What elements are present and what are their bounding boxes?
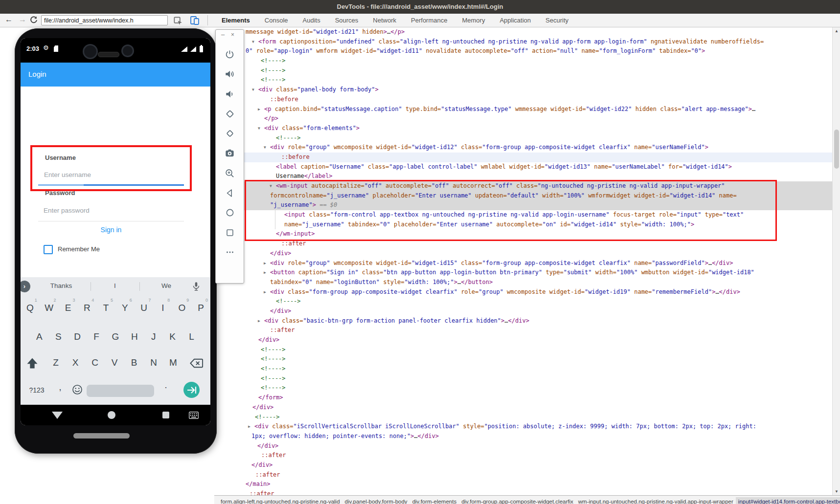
space-key[interactable] xyxy=(87,385,154,397)
expand-arrow-right-icon[interactable]: ▶ xyxy=(264,270,266,275)
inspect-icon[interactable] xyxy=(173,16,182,25)
expand-arrow-down-icon[interactable]: ▼ xyxy=(264,145,266,150)
key-p[interactable]: P0 xyxy=(191,300,210,316)
code-line[interactable]: 1px; overflow: hidden; pointer-events: n… xyxy=(214,432,832,441)
expand-arrow-right-icon[interactable]: ▶ xyxy=(248,424,250,429)
tab-elements[interactable]: Elements xyxy=(214,14,257,27)
tab-network[interactable]: Network xyxy=(365,14,404,27)
code-line[interactable]: <!----> xyxy=(214,133,832,143)
code-scrollbar[interactable]: ▲ ▼ xyxy=(832,27,840,495)
code-line[interactable]: <!----> xyxy=(214,66,832,76)
key-o[interactable]: O9 xyxy=(172,300,191,316)
tab-security[interactable]: Security xyxy=(538,14,576,27)
key-h[interactable]: H xyxy=(125,329,144,345)
code-line[interactable]: ▶<button caption="Sign in" class="btn ap… xyxy=(214,268,832,278)
key-m[interactable]: M xyxy=(163,354,183,371)
key-e[interactable]: E3 xyxy=(59,300,78,316)
key-b[interactable]: B xyxy=(124,354,144,371)
code-line[interactable]: 0" role="app-login" wmform widget-id="wi… xyxy=(214,46,832,56)
code-line[interactable]: </div> xyxy=(214,249,832,259)
key-t[interactable]: T5 xyxy=(96,300,115,316)
expand-suggestions-icon[interactable]: › xyxy=(21,281,30,292)
code-line[interactable]: <label caption="Username" class="app-lab… xyxy=(214,162,832,172)
mic-icon[interactable] xyxy=(191,281,202,292)
camera-icon[interactable] xyxy=(216,144,244,164)
code-line[interactable]: <!----> xyxy=(214,345,832,355)
code-line[interactable]: <!----> xyxy=(214,374,832,384)
back-triangle-icon[interactable] xyxy=(216,183,244,203)
breadcrumb-item[interactable]: wm-input.ng-untouched.ng-pristine.ng-val… xyxy=(576,497,736,504)
breadcrumb-item[interactable]: input#widget-id14.form-control.app-textb… xyxy=(736,497,840,504)
suggestion-chip[interactable]: I xyxy=(114,282,116,289)
more-icon[interactable] xyxy=(216,242,244,263)
close-icon[interactable]: × xyxy=(231,31,234,38)
code-line[interactable]: </div> xyxy=(214,335,832,345)
code-line[interactable]: </p> xyxy=(214,114,832,124)
expand-arrow-right-icon[interactable]: ▶ xyxy=(258,319,260,323)
code-line[interactable]: mmessage widget-id="widget-id21" hidden>… xyxy=(214,27,832,37)
period-key[interactable]: . xyxy=(159,377,173,394)
suggestion-chip[interactable]: Thanks xyxy=(50,282,72,289)
code-line[interactable]: ::after xyxy=(214,326,832,335)
code-line[interactable]: ▶<div class="basic-btn-grp form-action p… xyxy=(214,316,832,326)
minimize-icon[interactable]: – xyxy=(221,31,225,38)
code-line[interactable]: ▼<form captionposition="undefined" class… xyxy=(214,37,832,47)
tab-audits[interactable]: Audits xyxy=(295,14,328,27)
code-line[interactable]: ::after xyxy=(214,470,832,480)
code-line[interactable]: ▼<div role="group" wmcomposite widget-id… xyxy=(214,143,832,153)
tab-memory[interactable]: Memory xyxy=(454,14,492,27)
password-input[interactable]: Enter password xyxy=(44,207,90,214)
key-v[interactable]: V xyxy=(105,354,124,371)
key-c[interactable]: C xyxy=(85,354,105,371)
key-k[interactable]: K xyxy=(163,329,182,345)
key-r[interactable]: R4 xyxy=(77,300,96,316)
code-line[interactable]: ::before xyxy=(214,153,832,162)
code-line[interactable]: ▶<p caption.bind="statusMessage.caption"… xyxy=(214,105,832,114)
nav-home-icon[interactable] xyxy=(108,411,115,419)
code-line[interactable]: ▶<div class="form-group app-composite-wi… xyxy=(214,287,832,297)
key-i[interactable]: I8 xyxy=(154,300,173,316)
code-line[interactable]: <!----> xyxy=(214,413,832,422)
tab-sources[interactable]: Sources xyxy=(328,14,366,27)
tab-console[interactable]: Console xyxy=(257,14,295,27)
rotate-left-icon[interactable] xyxy=(216,104,244,124)
volume-down-icon[interactable] xyxy=(216,84,244,104)
tab-application[interactable]: Application xyxy=(492,14,538,27)
sign-in-button[interactable]: Sign in xyxy=(21,225,202,234)
key-l[interactable]: L xyxy=(182,329,201,345)
expand-arrow-down-icon[interactable]: ▼ xyxy=(258,126,260,131)
breadcrumb-item[interactable]: div.panel-body.form-body xyxy=(342,497,410,504)
code-line[interactable]: ▶<div role="group" wmcomposite widget-id… xyxy=(214,259,832,268)
device-toolbar-icon[interactable] xyxy=(190,16,200,25)
code-line[interactable]: <!----> xyxy=(214,383,832,393)
code-line[interactable]: ::after xyxy=(214,489,832,495)
forward-icon[interactable]: → xyxy=(19,15,26,24)
breadcrumb-item[interactable]: div.form-group.app-composite-widget.clea… xyxy=(459,497,576,504)
tab-performance[interactable]: Performance xyxy=(404,14,454,27)
code-line[interactable]: </div> xyxy=(214,403,832,413)
rotate-right-icon[interactable] xyxy=(216,124,244,144)
expand-arrow-down-icon[interactable]: ▼ xyxy=(252,88,254,92)
key-x[interactable]: X xyxy=(66,354,85,371)
key-d[interactable]: D xyxy=(68,329,87,345)
code-line[interactable]: </main> xyxy=(214,480,832,489)
backspace-icon[interactable] xyxy=(189,358,204,369)
key-g[interactable]: G xyxy=(106,329,125,345)
key-z[interactable]: Z xyxy=(46,354,66,371)
code-line[interactable]: </div> xyxy=(214,460,832,470)
code-line[interactable]: ▶<div class="iScrollVerticalScrollbar iS… xyxy=(214,422,832,432)
emoji-icon[interactable] xyxy=(71,384,83,395)
key-y[interactable]: Y6 xyxy=(115,300,135,316)
code-line[interactable]: ▼<div class="panel-body form-body"> xyxy=(214,85,832,95)
breadcrumb-item[interactable]: div.form-elements xyxy=(410,497,459,504)
key-n[interactable]: N xyxy=(144,354,163,371)
nav-back-icon[interactable] xyxy=(52,412,63,419)
shift-icon[interactable] xyxy=(25,357,39,369)
scroll-up-icon[interactable]: ▲ xyxy=(833,29,840,33)
power-icon[interactable] xyxy=(216,44,244,65)
key-s[interactable]: S xyxy=(49,329,68,345)
code-line[interactable]: </div> xyxy=(214,441,832,451)
expand-arrow-down-icon[interactable]: ▼ xyxy=(252,40,254,44)
scrollbar-thumb[interactable] xyxy=(834,130,839,169)
enter-key[interactable] xyxy=(183,382,200,398)
